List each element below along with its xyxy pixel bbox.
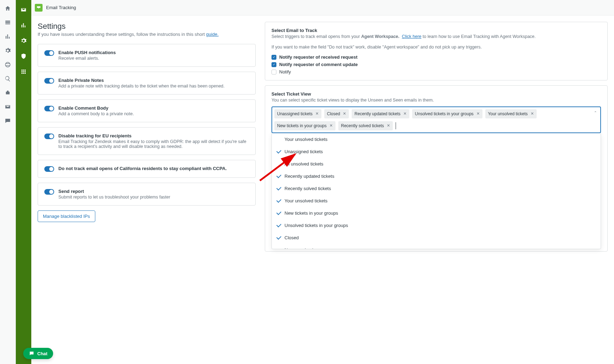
comment-icon[interactable] (4, 117, 11, 124)
dropdown-option[interactable]: Unsolved tickets in your groups (272, 219, 601, 232)
chart-bars-icon[interactable] (20, 22, 27, 29)
chat-label: Chat (37, 351, 47, 356)
dropdown-option[interactable]: Unassigned tickets (272, 145, 601, 158)
toggle-push-desc: Receive email alerts. (58, 56, 116, 61)
tag-label: Unassigned tickets (277, 111, 313, 116)
selected-tag[interactable]: Closed✕ (324, 109, 349, 118)
dropdown-option[interactable]: Closed (272, 232, 601, 244)
topbar: Email Tracking (31, 0, 614, 15)
toggle-send-report[interactable] (44, 189, 54, 195)
checkbox-label: Notify (279, 69, 291, 74)
apps-grid-icon[interactable] (20, 68, 27, 75)
search-icon[interactable] (4, 75, 11, 82)
toggle-push[interactable] (44, 50, 54, 56)
card-comment-body: Enable Comment Body Add a comment body t… (38, 99, 256, 122)
dropdown-option[interactable]: Recently updated tickets (272, 170, 601, 182)
tag-remove-icon[interactable]: ✕ (330, 123, 333, 128)
card-ccpa: Do not track email opens of California r… (38, 160, 256, 178)
app-logo-icon (35, 4, 43, 12)
card-ticket-view: Select Ticket View You can select specif… (265, 85, 608, 252)
checkbox[interactable] (271, 55, 276, 60)
tag-remove-icon[interactable]: ✕ (403, 111, 407, 116)
toggle-eu-disable-label: Disable tracking for EU recipients (58, 133, 249, 138)
chat-icon (29, 351, 34, 356)
toggle-private-notes-label: Enable Private Notes (58, 78, 225, 83)
ticket-view-desc: You can select specific ticket views to … (271, 97, 601, 104)
toggle-comment-body[interactable] (44, 106, 54, 111)
checkbox[interactable] (271, 70, 276, 74)
toggle-send-report-label: Send report (58, 189, 170, 194)
selected-tag[interactable]: New tickets in your groups✕ (274, 121, 335, 130)
toggle-ccpa-label: Do not track email opens of California r… (58, 166, 227, 171)
checkbox[interactable] (271, 62, 276, 67)
toggle-ccpa[interactable] (44, 166, 54, 172)
home-icon[interactable] (4, 5, 11, 12)
bot-icon[interactable] (4, 89, 11, 96)
tag-remove-icon[interactable]: ✕ (343, 111, 346, 116)
globe-icon[interactable] (4, 61, 11, 68)
zendesk-rail (0, 0, 16, 364)
selected-tag[interactable]: Unassigned tickets✕ (274, 109, 321, 118)
ticket-view-title: Select Ticket View (271, 91, 601, 97)
inbox-icon[interactable] (4, 19, 11, 26)
selected-tag[interactable]: Recently updated tickets✕ (352, 109, 409, 118)
trigger-checklist: Notify requester of received requestNoti… (271, 54, 601, 74)
tag-label: Your unsolved tickets (488, 111, 528, 116)
dropdown-option[interactable]: Recently solved tickets (272, 182, 601, 195)
guide-link[interactable]: guide. (206, 32, 218, 37)
chat-fab[interactable]: Chat (23, 348, 53, 359)
page-subtitle-text: If you have issues understanding these s… (38, 32, 206, 37)
tag-label: Unsolved tickets in your groups (415, 111, 474, 116)
toggle-eu-disable-desc: Email Tracking for Zendesk makes it easy… (58, 139, 249, 149)
selected-tag[interactable]: Your unsolved tickets✕ (485, 109, 537, 118)
dropdown-option[interactable]: Your unsolved tickets (272, 133, 601, 145)
toggle-private-notes-desc: Add a private note with tracking details… (58, 84, 225, 89)
card-push-notifications: Enable PUSH notifications Receive email … (38, 44, 256, 67)
toggle-send-report-desc: Submit reports to let us troubleshoot yo… (58, 195, 170, 200)
tag-remove-icon[interactable]: ✕ (477, 111, 480, 116)
settings-gear-icon[interactable] (20, 37, 27, 44)
shield-icon[interactable] (20, 53, 27, 60)
checkbox-label: Notify requester of comment update (279, 62, 358, 67)
envelope-icon[interactable] (4, 103, 11, 110)
ticket-view-multiselect[interactable]: ⌃ Unassigned tickets✕Closed✕Recently upd… (271, 106, 601, 133)
page-title: Settings (38, 22, 256, 31)
page-subtitle: If you have issues understanding these s… (38, 32, 256, 37)
toggle-comment-body-label: Enable Comment Body (58, 105, 134, 111)
mail-icon[interactable] (20, 6, 27, 13)
toggle-comment-body-desc: Add a comment body to a private note. (58, 111, 134, 116)
select-email-desc: Select triggers to track email opens fro… (271, 34, 601, 40)
toggle-push-label: Enable PUSH notifications (58, 50, 116, 55)
manage-blacklist-button[interactable]: Manage blacklisted IPs (38, 210, 95, 222)
tag-remove-icon[interactable]: ✕ (315, 111, 319, 116)
toggle-private-notes[interactable] (44, 78, 54, 84)
app-sidebar (16, 0, 31, 364)
tag-remove-icon[interactable]: ✕ (531, 111, 534, 116)
dropdown-option[interactable]: All unsolved tickets (272, 158, 601, 170)
gear-icon[interactable] (4, 47, 11, 54)
card-private-notes: Enable Private Notes Add a private note … (38, 72, 256, 95)
dropdown-option[interactable]: New tickets in your groups (272, 207, 601, 219)
topbar-title: Email Tracking (46, 5, 76, 10)
dropdown-option[interactable]: New unsolved (272, 244, 601, 249)
click-here-link[interactable]: Click here (402, 34, 422, 39)
chevron-up-icon[interactable]: ⌃ (594, 111, 597, 115)
card-eu-tracking: Disable tracking for EU recipients Email… (38, 127, 256, 155)
ticket-view-dropdown[interactable]: Your unsolved ticketsUnassigned ticketsA… (271, 133, 601, 249)
tag-remove-icon[interactable]: ✕ (387, 123, 390, 128)
select-email-title: Select Email to Track (271, 28, 601, 33)
tag-label: Closed (327, 111, 340, 116)
dropdown-option[interactable]: Your unsolved tickets (272, 195, 601, 207)
card-select-email: Select Email to Track Select triggers to… (265, 22, 608, 80)
tag-label: Recently updated tickets (354, 111, 401, 116)
toggle-eu-disable[interactable] (44, 134, 54, 139)
tag-label: New tickets in your groups (277, 123, 327, 128)
tag-label: Recently solved tickets (341, 123, 384, 128)
bar-chart-icon[interactable] (4, 33, 11, 40)
trigger-check-row[interactable]: Notify (271, 69, 601, 74)
selected-tag[interactable]: Unsolved tickets in your groups✕ (412, 109, 482, 118)
trigger-check-row[interactable]: Notify requester of comment update (271, 62, 601, 67)
select-email-warning: If you want to make the field "Do not tr… (271, 44, 601, 51)
selected-tag[interactable]: Recently solved tickets✕ (338, 121, 393, 130)
trigger-check-row[interactable]: Notify requester of received request (271, 54, 601, 60)
